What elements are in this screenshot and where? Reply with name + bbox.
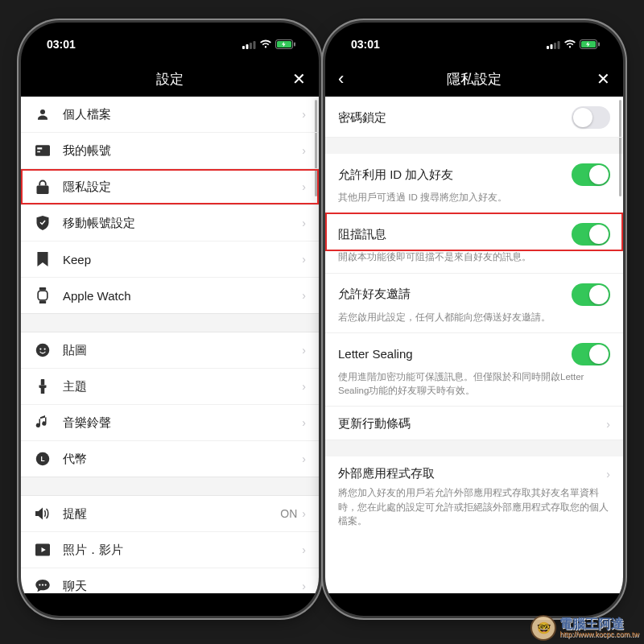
toggle-passcode[interactable] <box>572 106 610 129</box>
chat-icon <box>34 580 52 592</box>
row-passcode[interactable]: 密碼鎖定 <box>325 97 623 138</box>
row-block-messages[interactable]: 阻擋訊息 開啟本功能後即可阻擋不是來自好友的訊息。 <box>325 213 623 273</box>
watermark: 🤓 電腦王阿達 http://www.kocpc.com.tw <box>530 615 639 641</box>
watch-icon <box>34 287 52 303</box>
row-letter-sealing[interactable]: Letter Sealing 使用進階加密功能可保護訊息。但僅限於和同時開啟Le… <box>325 333 623 407</box>
row-label: 我的帳號 <box>63 143 302 159</box>
svg-rect-11 <box>37 186 49 195</box>
watermark-url: http://www.kocpc.com.tw <box>559 630 639 638</box>
nav-title: 設定 <box>156 70 184 89</box>
phone-settings: 03:01 設定 ✕ 個人檔案 › 我的帳號 › <box>21 23 319 616</box>
svg-rect-6 <box>294 43 295 47</box>
svg-rect-2 <box>250 43 252 49</box>
row-label: Apple Watch <box>63 289 302 303</box>
chevron-right-icon: › <box>302 253 306 266</box>
row-label: Keep <box>63 253 302 266</box>
toggle-allow-invite[interactable] <box>572 283 610 306</box>
row-notify[interactable]: 提醒 ON › <box>21 496 319 532</box>
row-coins[interactable]: L 代幣 › <box>21 441 319 477</box>
svg-rect-26 <box>547 46 549 49</box>
toggle-allow-id[interactable] <box>572 163 610 186</box>
row-description: 使用進階加密功能可保護訊息。但僅限於和同時開啟Letter Sealing功能的… <box>338 370 610 398</box>
svg-rect-3 <box>254 41 256 49</box>
group-separator <box>21 313 319 332</box>
row-label: 貼圖 <box>63 343 302 358</box>
svg-point-23 <box>39 584 40 585</box>
phone-privacy: 03:01 ‹ 隱私設定 ✕ 密碼鎖定 允許利用 I <box>325 23 623 616</box>
wifi-icon <box>564 39 576 49</box>
group-separator <box>325 138 623 154</box>
row-label: 主題 <box>63 379 302 394</box>
settings-list[interactable]: 個人檔案 › 我的帳號 › 隱私設定 › 移動帳號設定 › Keep <box>21 97 319 593</box>
svg-rect-0 <box>242 46 245 49</box>
notch <box>404 23 545 45</box>
card-icon <box>34 145 52 156</box>
smiley-icon <box>34 343 52 357</box>
chevron-right-icon: › <box>302 507 306 520</box>
chevron-right-icon: › <box>606 468 610 481</box>
row-privacy[interactable]: 隱私設定 › <box>21 169 319 205</box>
bookmark-icon <box>34 252 52 266</box>
svg-rect-8 <box>35 145 50 156</box>
row-apple-watch[interactable]: Apple Watch › <box>21 278 319 313</box>
row-ringtone[interactable]: 音樂鈴聲 › <box>21 405 319 441</box>
close-icon[interactable]: ✕ <box>292 69 306 89</box>
toggle-block-messages[interactable] <box>572 223 610 246</box>
svg-rect-28 <box>554 43 556 49</box>
row-description: 其他用戶可透過 ID 搜尋將您加入好友。 <box>338 191 610 204</box>
row-description: 開啟本功能後即可阻擋不是來自好友的訊息。 <box>338 250 610 264</box>
row-label: 聊天 <box>63 579 302 594</box>
coin-icon: L <box>34 452 52 466</box>
wifi-icon <box>259 39 272 49</box>
row-allow-id-add[interactable]: 允許利用 ID 加入好友 其他用戶可透過 ID 搜尋將您加入好友。 <box>325 154 623 213</box>
row-keep[interactable]: Keep › <box>21 242 319 278</box>
row-allow-invite[interactable]: 允許好友邀請 若您啟用此設定，任何人都能向您傳送好友邀請。 <box>325 274 623 333</box>
home-indicator[interactable] <box>118 605 221 609</box>
chevron-right-icon: › <box>302 452 306 465</box>
svg-rect-9 <box>37 147 42 149</box>
chevron-right-icon: › <box>302 180 306 193</box>
row-label: 音樂鈴聲 <box>63 415 302 431</box>
row-label: 代幣 <box>63 452 302 467</box>
group-separator <box>21 477 319 496</box>
toggle-letter-sealing[interactable] <box>572 343 610 365</box>
row-chat[interactable]: 聊天 › <box>21 568 319 593</box>
row-account[interactable]: 我的帳號 › <box>21 133 319 169</box>
row-label: 個人檔案 <box>63 107 302 122</box>
chevron-right-icon: › <box>302 144 306 157</box>
row-label: 隱私設定 <box>63 180 302 195</box>
row-photo-video[interactable]: 照片．影片 › <box>21 532 319 568</box>
row-value: ON <box>280 507 297 520</box>
row-label: 提醒 <box>63 506 280 522</box>
nav-bar: ‹ 隱私設定 ✕ <box>325 61 623 97</box>
chevron-right-icon: › <box>302 217 306 229</box>
svg-rect-27 <box>551 44 553 49</box>
signal-icon <box>242 40 256 49</box>
row-theme[interactable]: 主題 › <box>21 369 319 405</box>
row-label: 允許利用 ID 加入好友 <box>338 167 453 183</box>
chevron-right-icon: › <box>302 289 306 302</box>
row-update-qr[interactable]: 更新行動條碼 › <box>325 407 623 440</box>
group-separator <box>325 440 623 456</box>
notch <box>100 23 241 45</box>
watermark-face-icon: 🤓 <box>530 615 556 641</box>
svg-point-17 <box>44 348 46 349</box>
row-stickers[interactable]: 貼圖 › <box>21 332 319 369</box>
privacy-list[interactable]: 密碼鎖定 允許利用 ID 加入好友 其他用戶可透過 ID 搜尋將您加入好友。 阻… <box>325 97 623 593</box>
shield-icon <box>34 216 52 230</box>
close-icon[interactable]: ✕ <box>597 69 610 89</box>
svg-rect-13 <box>39 301 46 303</box>
status-time: 03:01 <box>47 38 76 51</box>
back-icon[interactable]: ‹ <box>338 68 344 89</box>
photo-icon <box>34 543 52 556</box>
svg-point-7 <box>40 109 45 114</box>
row-external-access[interactable]: 外部應用程式存取 › 將您加入好友的用戶若允許外部應用程式存取其好友名單資料時，… <box>325 456 623 536</box>
speaker-icon <box>34 507 52 520</box>
row-description: 若您啟用此設定，任何人都能向您傳送好友邀請。 <box>338 311 610 324</box>
watermark-text: 電腦王阿達 <box>559 617 639 630</box>
row-move-account[interactable]: 移動帳號設定 › <box>21 205 319 242</box>
home-indicator[interactable] <box>423 605 526 609</box>
row-profile[interactable]: 個人檔案 › <box>21 97 319 133</box>
brush-icon <box>34 379 52 394</box>
chevron-right-icon: › <box>606 418 610 431</box>
